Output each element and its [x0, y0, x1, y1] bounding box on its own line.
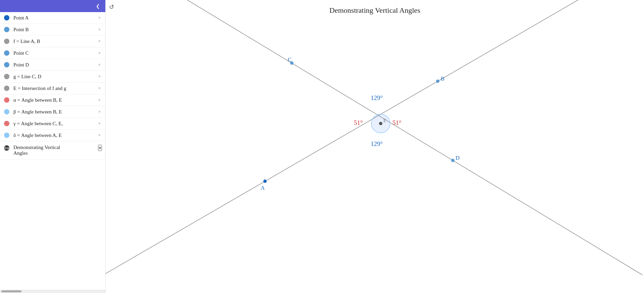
point-a-label: A [261, 185, 265, 191]
point-e-dot[interactable] [379, 122, 382, 125]
item-dot-point-a [4, 15, 9, 20]
item-dot-gamma [4, 121, 9, 126]
point-d-label: D [455, 155, 460, 161]
item-close-point-b[interactable]: × [97, 27, 102, 33]
geometry-svg: E A B C D 129° 51° 51° 129° [106, 0, 644, 293]
item-label-alpha: α = Angle between B, E [13, 97, 96, 103]
angle-right-51: 51° [392, 119, 401, 126]
item-dot-delta [4, 133, 9, 138]
item-label-gamma: γ = Angle between C, E, [13, 121, 96, 127]
angle-left-51: 51° [354, 119, 363, 126]
item-close-point-d[interactable]: × [97, 62, 102, 68]
sidebar-header: ❮ [0, 0, 105, 12]
item-label-demonstrating: Demonstrating VerticalAngles [13, 145, 98, 156]
item-label-line-f: f = Line A, B [13, 39, 96, 44]
line-g [106, 0, 642, 275]
sidebar-scrollbar-thumb[interactable] [1, 290, 21, 292]
point-e-label: E [383, 118, 386, 123]
item-label-delta: δ = Angle between A, E [13, 133, 96, 138]
item-dot-point-b [4, 27, 9, 32]
sidebar-scrollbar-track [0, 290, 105, 293]
angle-bottom-129: 129° [371, 140, 383, 147]
canvas-area: ↺ Demonstrating Vertical Angles E A B C … [106, 0, 644, 293]
item-close-beta[interactable]: × [97, 109, 102, 115]
item-dot-point-d [4, 62, 9, 67]
sidebar-item-demonstrating: Demonstrating VerticalAngles× [0, 141, 105, 160]
sidebar-item-gamma: γ = Angle between C, E,× [0, 118, 105, 130]
point-b-dot[interactable] [436, 80, 439, 83]
item-dot-demonstrating [4, 145, 9, 151]
sidebar-item-point-c: Point C× [0, 47, 105, 59]
item-dot-beta [4, 109, 9, 114]
item-label-point-c: Point C [13, 50, 96, 56]
item-dot-point-c [4, 50, 9, 56]
point-a-dot[interactable] [263, 180, 267, 183]
sidebar-item-line-f: f = Line A, B× [0, 36, 105, 47]
item-label-point-e: E = Intersection of f and g [13, 86, 96, 91]
item-close-alpha[interactable]: × [97, 97, 102, 103]
item-close-point-c[interactable]: × [97, 50, 102, 56]
item-close-point-a[interactable]: × [97, 15, 102, 21]
item-close-demonstrating[interactable]: × [98, 145, 102, 151]
item-close-point-e[interactable]: × [97, 85, 102, 91]
item-label-beta: β = Angle between B, E [13, 109, 96, 115]
collapse-button[interactable]: ❮ [94, 2, 102, 10]
sidebar-item-point-a: Point A× [0, 12, 105, 24]
sidebar-item-beta: β = Angle between B, E× [0, 106, 105, 118]
sidebar-item-alpha: α = Angle between B, E× [0, 94, 105, 106]
item-dot-alpha [4, 97, 9, 103]
item-label-point-a: Point A [13, 15, 96, 21]
point-c-label: C [288, 56, 291, 63]
sidebar-item-delta: δ = Angle between A, E× [0, 130, 105, 141]
item-label-line-g: g = Line C, D [13, 74, 96, 80]
item-dot-line-g [4, 74, 9, 79]
line-f [106, 0, 642, 274]
item-label-point-b: Point B [13, 27, 96, 33]
item-close-line-f[interactable]: × [97, 38, 102, 44]
point-d-dot[interactable] [451, 159, 454, 162]
sidebar-items-list: Point A×Point B×f = Line A, B×Point C×Po… [0, 12, 105, 290]
sidebar-item-point-e: E = Intersection of f and g× [0, 83, 105, 94]
point-b-label: B [441, 76, 444, 82]
item-label-point-d: Point D [13, 62, 96, 68]
angle-top-129: 129° [371, 94, 383, 101]
sidebar-item-line-g: g = Line C, D× [0, 71, 105, 83]
item-close-delta[interactable]: × [97, 132, 102, 138]
item-close-gamma[interactable]: × [97, 120, 102, 127]
item-dot-point-e [4, 86, 9, 91]
sidebar: ❮ Point A×Point B×f = Line A, B×Point C×… [0, 0, 106, 293]
item-dot-line-f [4, 39, 9, 44]
sidebar-item-point-d: Point D× [0, 59, 105, 71]
sidebar-item-point-b: Point B× [0, 24, 105, 36]
item-close-line-g[interactable]: × [97, 74, 102, 80]
